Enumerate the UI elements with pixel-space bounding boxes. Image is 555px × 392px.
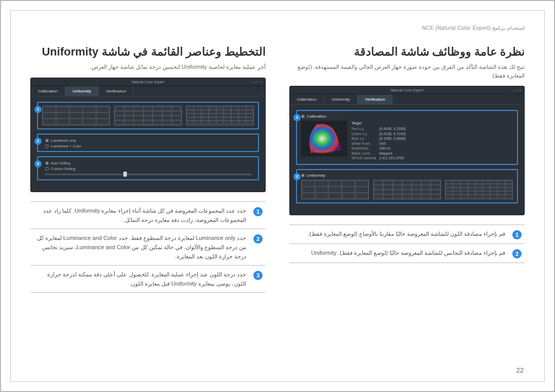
panel-grids: 1 [37, 102, 259, 129]
grid-preview-medium [373, 180, 441, 199]
panel-heading: Calibration [301, 114, 513, 121]
header-breadcrumb: استخدام برنامج NCE (Natural Color Expert… [30, 25, 525, 31]
app-body: 1 [31, 97, 265, 192]
page-number: 22 [516, 366, 524, 374]
tab-verification[interactable]: Verification [358, 95, 393, 104]
radio-icon [301, 174, 305, 177]
badge-icon: 1 [293, 114, 301, 121]
tab-calibration[interactable]: Calibration [290, 95, 324, 104]
screenshot-verification: Natural Color Expert Calibration Uniform… [289, 86, 525, 215]
desc-table-right: 1 حدد عدد المجموعات المعروضة في كل شاشة … [30, 201, 266, 293]
section-title-right: التخطيط وعناصر القائمة في شاشة Uniformit… [30, 45, 266, 59]
badge-icon: 1 [34, 106, 42, 113]
target-heading: Target [351, 121, 513, 126]
left-column: نظرة عامة ووظائف شاشة المصادقة تتيح لك ه… [289, 45, 525, 293]
tab-bar: Calibration Uniformity Verification [290, 95, 524, 105]
app-body: 1 Calibration [290, 105, 524, 215]
radio-auto-setting[interactable]: Auto Setting [42, 160, 254, 166]
grid-option-small[interactable] [42, 106, 110, 125]
grid-option-medium[interactable] [114, 106, 182, 125]
tab-bar: Calibration Uniformity Verification [31, 86, 265, 97]
desc-row: 2 حدد Luminance only لمعايرة درجة السطوع… [30, 229, 266, 266]
number-badge: 3 [253, 271, 263, 280]
desc-text: قم بإجراء مصادقة التجانس للشاشة المعروضة… [292, 248, 505, 257]
desc-text: حدد درجة اللون عند إجراء عملية المعايرة.… [33, 270, 246, 288]
panel-setting: 3 Auto Setting Custom Setting [37, 156, 259, 180]
section-subtitle-right: أجرِ عملية معايرة لخاصية Uniformity لتحس… [30, 63, 266, 71]
grid-preview-small [301, 180, 369, 199]
screenshot-uniformity: Natural Color Expert Calibration Uniform… [30, 78, 266, 192]
two-column-layout: التخطيط وعناصر القائمة في شاشة Uniformit… [30, 45, 525, 293]
panel-heading: Uniformity [301, 173, 513, 180]
desc-text: حدد عدد المجموعات المعروضة في كل شاشة أث… [33, 206, 246, 225]
desc-table-left: 1 قم بإجراء مصادقة اللون للشاشة المعروضة… [289, 225, 525, 263]
window-titlebar: Natural Color Expert [290, 86, 524, 95]
desc-text: قم بإجراء مصادقة اللون للشاشة المعروضة ح… [292, 229, 505, 238]
badge-icon: 3 [34, 160, 42, 167]
desc-row: 2 قم بإجراء مصادقة التجانس للشاشة المعرو… [289, 244, 525, 263]
tab-uniformity[interactable]: Uniformity [324, 95, 358, 104]
desc-row: 1 حدد عدد المجموعات المعروضة في كل شاشة … [30, 202, 266, 229]
grid-option-large[interactable] [186, 106, 254, 125]
page-inner: استخدام برنامج NCE (Natural Color Expert… [10, 10, 545, 382]
tab-uniformity[interactable]: Uniformity [65, 86, 99, 96]
badge-icon: 2 [34, 138, 42, 145]
slider-thumb-icon[interactable] [123, 172, 127, 177]
right-column: التخطيط وعناصر القائمة في شاشة Uniformit… [30, 45, 266, 293]
window-titlebar: Natural Color Expert [31, 78, 265, 86]
radio-luminance-color[interactable]: Luminance + Color [42, 143, 254, 149]
page-outer: استخدام برنامج NCE (Natural Color Expert… [0, 0, 555, 392]
grid-preview-large [445, 180, 513, 199]
number-badge: 2 [253, 234, 263, 244]
number-badge: 1 [253, 207, 263, 216]
desc-row: 3 حدد درجة اللون عند إجراء عملية المعاير… [30, 266, 266, 293]
tab-verification[interactable]: Verification [99, 86, 134, 96]
target-values: Target Red x,y(0.6400, 0.3300) Green x,y… [351, 121, 513, 161]
radio-luminance-only[interactable]: Luminance only [42, 138, 254, 143]
number-badge: 2 [512, 249, 522, 258]
panel-calibration-target: 1 Calibration [296, 110, 518, 165]
slider[interactable] [44, 174, 252, 175]
slider-row [42, 172, 254, 177]
section-subtitle-left: تتيح لك هذه الشاشة التأكد من الفرق بين ج… [289, 63, 525, 80]
number-badge: 1 [512, 230, 522, 239]
radio-icon [301, 115, 305, 118]
badge-icon: 2 [293, 173, 301, 180]
section-title-left: نظرة عامة ووظائف شاشة المصادقة [289, 45, 525, 59]
radio-icon[interactable] [45, 139, 49, 142]
radio-custom-setting[interactable]: Custom Setting [42, 166, 254, 172]
radio-icon[interactable] [45, 161, 49, 165]
gamut-chart [301, 121, 347, 157]
desc-row: 1 قم بإجراء مصادقة اللون للشاشة المعروضة… [289, 225, 525, 244]
radio-icon[interactable] [45, 167, 49, 171]
panel-mode: 2 Luminance only Luminance + Color [37, 134, 259, 152]
tab-calibration[interactable]: Calibration [31, 86, 65, 96]
panel-uniformity-verify: 2 Uniformity [296, 169, 518, 203]
desc-text: حدد Luminance only لمعايرة درجة السطوع ف… [33, 233, 246, 261]
radio-icon[interactable] [45, 144, 49, 148]
